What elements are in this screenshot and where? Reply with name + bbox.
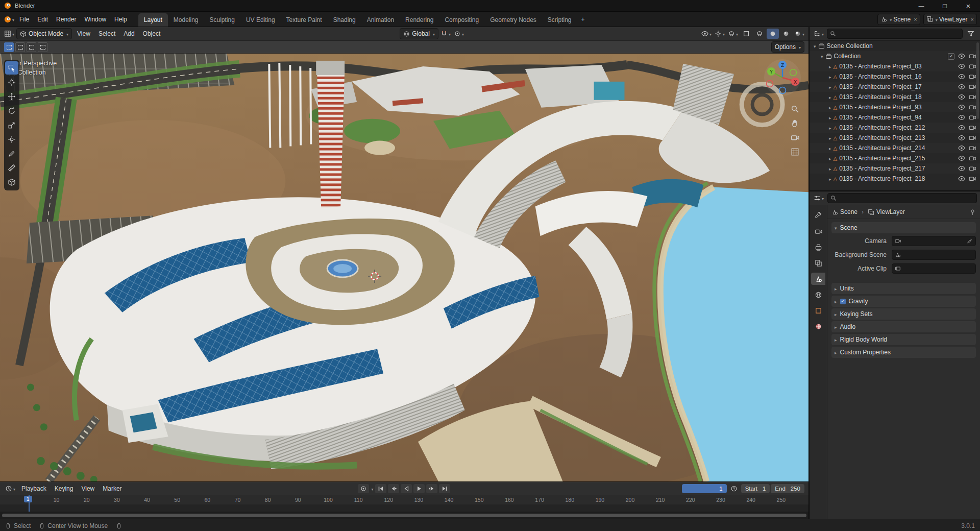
hide-eye-icon[interactable] [958, 114, 965, 121]
current-frame-field[interactable]: 1 [682, 484, 727, 493]
outliner-object-row[interactable]: △ 0135 - Architecture Project_03 [810, 61, 980, 71]
menu-item[interactable]: Render [52, 14, 80, 25]
properties-editor-type-button[interactable] [813, 193, 825, 203]
mode-dropdown[interactable]: Object Mode [16, 28, 72, 39]
viewport-menu-item[interactable]: Add [119, 29, 138, 39]
render-camera-icon[interactable] [969, 155, 976, 162]
hide-eye-icon[interactable] [958, 165, 965, 172]
outliner-filter-button[interactable] [965, 29, 977, 39]
expand-icon[interactable] [829, 83, 831, 90]
close-button[interactable] [957, 0, 980, 11]
render-camera-icon[interactable] [969, 83, 976, 90]
hide-eye-icon[interactable] [958, 53, 965, 60]
expand-icon[interactable] [829, 104, 831, 111]
background-scene-field[interactable] [892, 250, 976, 260]
timeline-menu-item[interactable]: Playback [17, 484, 51, 494]
proportional-editing-toggle[interactable] [453, 29, 465, 39]
properties-section-header[interactable]: Audio [831, 321, 976, 332]
shading-rendered-button[interactable] [793, 29, 805, 39]
menu-item[interactable]: Window [80, 14, 110, 25]
unlink-scene-icon[interactable] [912, 16, 917, 22]
expand-icon[interactable] [814, 42, 816, 50]
render-camera-icon[interactable] [969, 144, 976, 152]
zoom-view-button[interactable] [791, 105, 799, 113]
overlays-dropdown[interactable] [727, 29, 739, 39]
pin-icon[interactable] [969, 209, 976, 215]
jump-to-end-button[interactable] [439, 484, 450, 493]
viewlayer-selector[interactable]: ViewLayer [923, 14, 977, 25]
timeline-track-area[interactable] [0, 504, 808, 512]
timeline-ruler[interactable]: 1 10203040506070809010011012013014015016… [0, 495, 808, 504]
play-button[interactable] [413, 484, 425, 493]
editor-type-button[interactable] [3, 29, 15, 39]
active-clip-field[interactable] [892, 263, 976, 274]
select-mode-intersect-button[interactable] [38, 42, 47, 52]
menu-item[interactable]: Edit [33, 14, 52, 25]
outliner-object-row[interactable]: △ 0135 - Architecture Project_215 [810, 153, 980, 163]
workspace-tab[interactable]: Geometry Nodes [484, 13, 542, 27]
menu-item[interactable]: File [15, 14, 33, 25]
previous-keyframe-button[interactable] [388, 484, 399, 493]
remove-viewlayer-icon[interactable] [969, 16, 974, 22]
render-camera-icon[interactable] [969, 114, 976, 121]
navigation-gizmo[interactable]: Z Y X [764, 59, 801, 98]
outliner-object-row[interactable]: △ 0135 - Architecture Project_212 [810, 123, 980, 133]
rotate-tool[interactable] [5, 104, 18, 117]
blender-menu-button[interactable] [3, 14, 15, 25]
eyedropper-icon[interactable] [967, 238, 973, 244]
scrollbar-thumb[interactable] [2, 514, 806, 517]
next-keyframe-button[interactable] [426, 484, 437, 493]
scene-selector[interactable]: Scene [877, 14, 920, 25]
xray-toggle[interactable] [740, 29, 752, 39]
measure-tool[interactable] [5, 161, 18, 175]
hide-eye-icon[interactable] [958, 63, 965, 70]
viewport-menu-item[interactable]: Select [94, 29, 119, 39]
outliner-object-row[interactable]: △ 0135 - Architecture Project_17 [810, 82, 980, 92]
render-camera-icon[interactable] [969, 53, 976, 60]
timeline-menu-item[interactable]: Marker [99, 484, 126, 494]
options-dropdown[interactable]: Options [771, 41, 804, 53]
outliner-object-row[interactable]: △ 0135 - Architecture Project_218 [810, 174, 980, 184]
cursor-tool[interactable] [5, 76, 18, 89]
outliner-scrollbar[interactable] [976, 42, 979, 119]
render-camera-icon[interactable] [969, 93, 976, 101]
expand-icon[interactable] [829, 175, 831, 182]
hide-eye-icon[interactable] [958, 73, 965, 80]
outliner-row-scene-collection[interactable]: Scene Collection [810, 41, 980, 51]
jump-to-start-button[interactable] [375, 484, 386, 493]
viewport-canvas[interactable]: User Perspective (1) Collection [0, 54, 808, 481]
menu-item[interactable]: Help [110, 14, 131, 25]
properties-section-header[interactable]: Custom Properties [831, 347, 976, 358]
render-camera-icon[interactable] [969, 134, 976, 141]
workspace-tab[interactable]: Animation [361, 13, 400, 27]
auto-keying-button[interactable] [358, 484, 369, 493]
move-tool[interactable] [5, 90, 18, 103]
hide-eye-icon[interactable] [958, 175, 965, 182]
add-cube-tool[interactable] [5, 176, 18, 189]
tab-world-properties[interactable] [811, 288, 825, 301]
outliner-search-input[interactable] [827, 29, 963, 39]
frame-start-field[interactable]: Start 1 [741, 484, 770, 493]
expand-icon[interactable] [829, 63, 831, 70]
expand-icon[interactable] [829, 93, 831, 101]
pan-view-button[interactable] [791, 119, 799, 128]
add-workspace-button[interactable]: + [577, 13, 589, 26]
properties-section-header[interactable]: Keying Sets [831, 308, 976, 320]
hide-eye-icon[interactable] [958, 155, 965, 162]
tab-object-properties[interactable] [811, 304, 825, 317]
viewport-menu-item[interactable]: View [73, 29, 94, 39]
outliner-object-row[interactable]: △ 0135 - Architecture Project_18 [810, 92, 980, 102]
properties-section-header[interactable]: Rigid Body World [831, 334, 976, 345]
minimize-button[interactable] [910, 0, 933, 11]
render-camera-icon[interactable] [969, 175, 976, 182]
workspace-tab[interactable]: Texture Paint [281, 13, 328, 27]
workspace-tab[interactable]: Compositing [439, 13, 484, 27]
timeline-editor-type-button[interactable] [4, 484, 16, 494]
toggle-perspective-button[interactable] [791, 148, 799, 156]
shading-wireframe-button[interactable] [753, 29, 766, 39]
workspace-tab[interactable]: Scripting [542, 13, 577, 27]
outliner-object-row[interactable]: △ 0135 - Architecture Project_213 [810, 133, 980, 143]
render-camera-icon[interactable] [969, 104, 976, 111]
workspace-tab[interactable]: Rendering [400, 13, 439, 27]
annotate-tool[interactable] [5, 147, 18, 160]
